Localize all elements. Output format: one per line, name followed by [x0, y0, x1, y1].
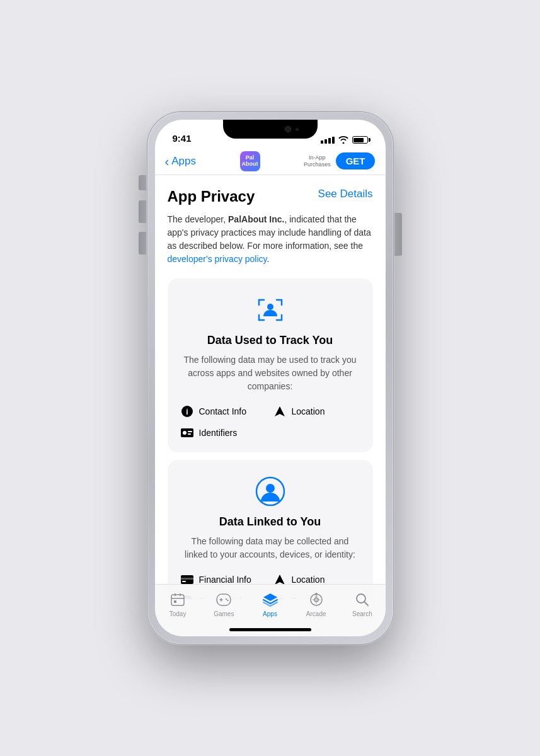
- svg-rect-12: [182, 581, 186, 582]
- svg-rect-6: [188, 431, 192, 432]
- phone-screen: 9:41: [155, 120, 386, 636]
- privacy-description: The developer, PalAbout Inc., indicated …: [168, 213, 373, 266]
- wifi-icon: [338, 136, 348, 144]
- signal-icon: [321, 137, 335, 144]
- power-button: [393, 213, 402, 256]
- privacy-title: App Privacy: [168, 188, 255, 205]
- nav-bar: ‹ Apps PalAbout In-App Purchases GET: [155, 147, 386, 175]
- tab-apps[interactable]: Apps: [247, 591, 293, 617]
- in-app-label: In-App Purchases: [304, 154, 331, 168]
- battery-icon: [352, 136, 368, 144]
- track-item-contact: i Contact Info: [180, 404, 268, 418]
- volume-down-button: [139, 232, 147, 255]
- track-item-identifiers: Identifiers: [180, 426, 268, 440]
- arcade-tab-icon: [307, 591, 325, 609]
- linked-financial-label: Financial Info: [199, 575, 251, 585]
- track-items-grid: i Contact Info Loc: [180, 404, 360, 440]
- games-tab-label: Games: [214, 610, 234, 617]
- privacy-header: App Privacy See Details: [168, 188, 373, 205]
- today-tab-icon: [169, 591, 187, 609]
- see-details-link[interactable]: See Details: [318, 188, 373, 200]
- chevron-left-icon: ‹: [165, 155, 169, 168]
- back-button[interactable]: ‹ Apps: [165, 155, 196, 168]
- svg-point-9: [266, 484, 275, 493]
- volume-up-button: [139, 200, 147, 223]
- nav-right: In-App Purchases GET: [304, 152, 375, 169]
- svg-line-38: [364, 602, 368, 605]
- svg-point-36: [315, 593, 318, 595]
- linked-title: Data Linked to You: [180, 515, 360, 529]
- status-icons: [321, 136, 368, 144]
- tab-arcade[interactable]: Arcade: [293, 591, 339, 617]
- search-tab-label: Search: [352, 610, 372, 617]
- svg-marker-3: [275, 406, 285, 416]
- notch: [223, 120, 318, 139]
- today-tab-label: Today: [169, 610, 187, 617]
- app-icon-text: PalAbout: [242, 155, 258, 168]
- face-scan-icon: [254, 294, 287, 326]
- info-circle-icon: i: [180, 404, 194, 418]
- linked-person-icon: [254, 475, 287, 508]
- svg-point-0: [267, 304, 273, 310]
- games-tab-icon: [215, 591, 233, 609]
- back-label: Apps: [171, 155, 196, 168]
- get-button[interactable]: GET: [336, 152, 376, 169]
- apps-tab-icon: [261, 591, 279, 609]
- svg-rect-27: [180, 593, 181, 596]
- developer-name: PalAbout Inc.: [228, 214, 284, 224]
- svg-rect-29: [174, 600, 176, 603]
- track-title: Data Used to Track You: [180, 334, 360, 347]
- main-content: App Privacy See Details The developer, P…: [155, 175, 386, 599]
- svg-rect-7: [188, 433, 191, 435]
- silent-switch: [139, 175, 147, 190]
- app-icon: PalAbout: [240, 151, 260, 171]
- track-identifiers-label: Identifiers: [199, 428, 238, 438]
- tab-search[interactable]: Search: [339, 591, 385, 617]
- linked-location-label: Location: [292, 575, 325, 585]
- privacy-policy-link[interactable]: developer's privacy policy: [168, 254, 267, 264]
- svg-point-5: [183, 431, 187, 435]
- svg-point-33: [227, 600, 229, 601]
- linked-you-card: Data Linked to You The following data ma…: [168, 460, 373, 599]
- track-item-location: Location: [273, 404, 360, 418]
- svg-rect-26: [175, 593, 176, 596]
- svg-marker-13: [275, 575, 285, 585]
- svg-point-32: [226, 598, 227, 600]
- svg-text:i: i: [186, 408, 188, 416]
- linked-desc: The following data may be collected and …: [180, 535, 360, 561]
- track-you-card: Data Used to Track You The following dat…: [168, 278, 373, 452]
- status-time: 9:41: [173, 133, 192, 144]
- track-location-label: Location: [292, 406, 325, 416]
- svg-rect-28: [171, 598, 184, 599]
- track-contact-label: Contact Info: [199, 406, 247, 416]
- linked-icon-wrap: [180, 475, 360, 508]
- search-tab-icon: [353, 591, 371, 609]
- phone-frame: 9:41: [147, 112, 393, 644]
- svg-rect-25: [171, 595, 184, 605]
- home-indicator: [229, 628, 311, 631]
- tab-today[interactable]: Today: [155, 591, 201, 617]
- app-icon-container: PalAbout: [240, 151, 260, 171]
- track-desc: The following data may be used to track …: [180, 353, 360, 393]
- track-icon-wrap: [180, 294, 360, 326]
- tab-games[interactable]: Games: [201, 591, 247, 617]
- arcade-tab-label: Arcade: [306, 610, 326, 617]
- id-card-icon: [180, 426, 194, 440]
- apps-tab-label: Apps: [263, 610, 277, 617]
- location-arrow-icon: [273, 404, 287, 418]
- svg-rect-11: [181, 578, 193, 580]
